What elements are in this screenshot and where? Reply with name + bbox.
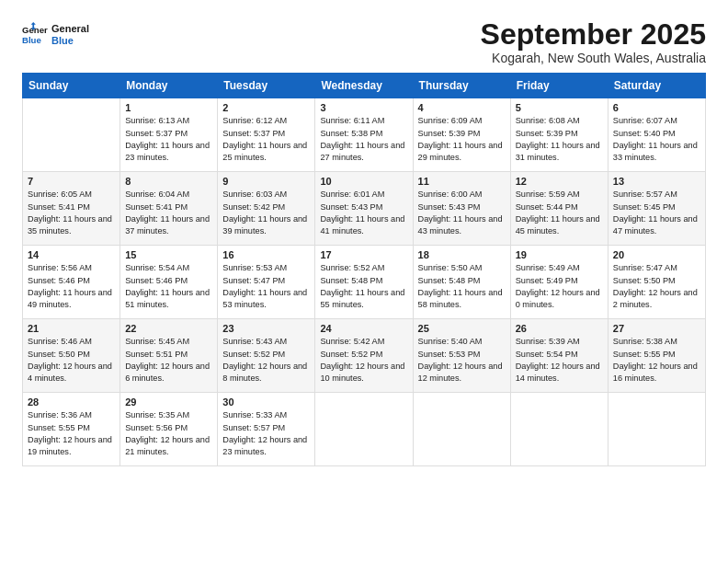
day-info: Sunrise: 6:05 AMSunset: 5:41 PMDaylight:…	[28, 189, 115, 237]
day-header-tuesday: Tuesday	[218, 74, 315, 98]
day-number: 11	[418, 176, 506, 187]
day-number: 25	[418, 323, 506, 334]
logo-text-blue: Blue	[51, 35, 89, 47]
calendar-cell: 28 Sunrise: 5:36 AMSunset: 5:55 PMDaylig…	[23, 393, 120, 466]
calendar-cell: 21 Sunrise: 5:46 AMSunset: 5:50 PMDaylig…	[23, 319, 120, 393]
calendar-header-row: SundayMondayTuesdayWednesdayThursdayFrid…	[23, 74, 706, 98]
day-number: 12	[516, 176, 603, 187]
title-block: September 2025 Kogarah, New South Wales,…	[481, 18, 706, 65]
calendar-week-1: 1 Sunrise: 6:13 AMSunset: 5:37 PMDayligh…	[23, 98, 706, 172]
day-info: Sunrise: 5:36 AMSunset: 5:55 PMDaylight:…	[28, 409, 115, 458]
day-info: Sunrise: 5:39 AMSunset: 5:54 PMDaylight:…	[516, 336, 603, 385]
calendar-cell: 4 Sunrise: 6:09 AMSunset: 5:39 PMDayligh…	[413, 98, 510, 172]
day-info: Sunrise: 6:11 AMSunset: 5:38 PMDaylight:…	[320, 115, 407, 164]
day-info: Sunrise: 6:00 AMSunset: 5:43 PMDaylight:…	[418, 189, 506, 237]
calendar-cell: 30 Sunrise: 5:33 AMSunset: 5:57 PMDaylig…	[218, 393, 315, 466]
day-info: Sunrise: 5:53 AMSunset: 5:47 PMDaylight:…	[222, 262, 310, 311]
calendar-cell	[23, 98, 120, 172]
calendar-week-4: 21 Sunrise: 5:46 AMSunset: 5:50 PMDaylig…	[23, 319, 706, 393]
day-number: 20	[613, 249, 700, 260]
day-number: 16	[222, 249, 310, 260]
day-info: Sunrise: 6:09 AMSunset: 5:39 PMDaylight:…	[418, 115, 506, 164]
day-number: 21	[28, 323, 115, 334]
calendar-cell: 16 Sunrise: 5:53 AMSunset: 5:47 PMDaylig…	[218, 246, 315, 319]
day-number: 17	[320, 249, 407, 260]
calendar-week-3: 14 Sunrise: 5:56 AMSunset: 5:46 PMDaylig…	[23, 246, 706, 319]
svg-text:Blue: Blue	[22, 35, 41, 45]
day-number: 1	[125, 102, 212, 113]
day-number: 10	[320, 176, 407, 187]
day-number: 27	[613, 323, 700, 334]
calendar-cell: 10 Sunrise: 6:01 AMSunset: 5:43 PMDaylig…	[315, 172, 413, 246]
calendar-cell: 11 Sunrise: 6:00 AMSunset: 5:43 PMDaylig…	[413, 172, 510, 246]
calendar-cell: 1 Sunrise: 6:13 AMSunset: 5:37 PMDayligh…	[120, 98, 218, 172]
calendar-cell	[315, 393, 413, 466]
day-number: 2	[222, 102, 310, 113]
day-number: 14	[28, 249, 115, 260]
day-info: Sunrise: 5:35 AMSunset: 5:56 PMDaylight:…	[125, 409, 212, 458]
day-number: 9	[222, 176, 310, 187]
month-title: September 2025	[481, 18, 706, 51]
day-info: Sunrise: 6:07 AMSunset: 5:40 PMDaylight:…	[613, 115, 700, 164]
day-info: Sunrise: 5:54 AMSunset: 5:46 PMDaylight:…	[125, 262, 212, 311]
location-subtitle: Kogarah, New South Wales, Australia	[481, 51, 706, 65]
day-number: 3	[320, 102, 407, 113]
calendar-cell: 19 Sunrise: 5:49 AMSunset: 5:49 PMDaylig…	[510, 246, 608, 319]
calendar-cell: 29 Sunrise: 5:35 AMSunset: 5:56 PMDaylig…	[120, 393, 218, 466]
day-number: 5	[516, 102, 603, 113]
calendar-cell: 14 Sunrise: 5:56 AMSunset: 5:46 PMDaylig…	[23, 246, 120, 319]
calendar-cell: 12 Sunrise: 5:59 AMSunset: 5:44 PMDaylig…	[510, 172, 608, 246]
day-number: 26	[516, 323, 603, 334]
calendar-cell: 5 Sunrise: 6:08 AMSunset: 5:39 PMDayligh…	[510, 98, 608, 172]
calendar-cell: 2 Sunrise: 6:12 AMSunset: 5:37 PMDayligh…	[218, 98, 315, 172]
day-info: Sunrise: 5:40 AMSunset: 5:53 PMDaylight:…	[418, 336, 506, 385]
day-number: 29	[125, 396, 212, 408]
day-header-friday: Friday	[510, 74, 608, 98]
calendar-week-2: 7 Sunrise: 6:05 AMSunset: 5:41 PMDayligh…	[23, 172, 706, 246]
day-number: 4	[418, 102, 506, 113]
day-header-thursday: Thursday	[413, 74, 510, 98]
calendar-cell: 13 Sunrise: 5:57 AMSunset: 5:45 PMDaylig…	[608, 172, 705, 246]
day-number: 15	[125, 249, 212, 260]
day-info: Sunrise: 5:52 AMSunset: 5:48 PMDaylight:…	[320, 262, 407, 311]
day-number: 22	[125, 323, 212, 334]
day-info: Sunrise: 5:50 AMSunset: 5:48 PMDaylight:…	[418, 262, 506, 311]
day-info: Sunrise: 5:43 AMSunset: 5:52 PMDaylight:…	[222, 336, 310, 385]
calendar-cell: 26 Sunrise: 5:39 AMSunset: 5:54 PMDaylig…	[510, 319, 608, 393]
logo-icon: General Blue	[22, 22, 48, 48]
calendar-table: SundayMondayTuesdayWednesdayThursdayFrid…	[22, 73, 706, 466]
calendar-week-5: 28 Sunrise: 5:36 AMSunset: 5:55 PMDaylig…	[23, 393, 706, 466]
calendar-cell: 27 Sunrise: 5:38 AMSunset: 5:55 PMDaylig…	[608, 319, 705, 393]
day-info: Sunrise: 6:12 AMSunset: 5:37 PMDaylight:…	[222, 115, 310, 164]
day-info: Sunrise: 5:49 AMSunset: 5:49 PMDaylight:…	[516, 262, 603, 311]
day-header-wednesday: Wednesday	[315, 74, 413, 98]
day-number: 8	[125, 176, 212, 187]
day-info: Sunrise: 5:38 AMSunset: 5:55 PMDaylight:…	[613, 336, 700, 385]
day-info: Sunrise: 5:45 AMSunset: 5:51 PMDaylight:…	[125, 336, 212, 385]
day-info: Sunrise: 6:13 AMSunset: 5:37 PMDaylight:…	[125, 115, 212, 164]
calendar-cell: 9 Sunrise: 6:03 AMSunset: 5:42 PMDayligh…	[218, 172, 315, 246]
day-info: Sunrise: 6:03 AMSunset: 5:42 PMDaylight:…	[222, 189, 310, 237]
day-header-monday: Monday	[120, 74, 218, 98]
calendar-cell: 25 Sunrise: 5:40 AMSunset: 5:53 PMDaylig…	[413, 319, 510, 393]
logo-text-general: General	[51, 23, 89, 35]
day-number: 23	[222, 323, 310, 334]
day-info: Sunrise: 5:33 AMSunset: 5:57 PMDaylight:…	[222, 409, 310, 458]
day-number: 28	[28, 396, 115, 408]
day-info: Sunrise: 5:47 AMSunset: 5:50 PMDaylight:…	[613, 262, 700, 311]
page-header: General Blue General Blue September 2025…	[22, 18, 706, 65]
day-header-sunday: Sunday	[23, 74, 120, 98]
calendar-cell	[510, 393, 608, 466]
calendar-cell: 3 Sunrise: 6:11 AMSunset: 5:38 PMDayligh…	[315, 98, 413, 172]
calendar-cell: 18 Sunrise: 5:50 AMSunset: 5:48 PMDaylig…	[413, 246, 510, 319]
day-number: 18	[418, 249, 506, 260]
calendar-cell	[413, 393, 510, 466]
day-info: Sunrise: 6:08 AMSunset: 5:39 PMDaylight:…	[516, 115, 603, 164]
day-header-saturday: Saturday	[608, 74, 705, 98]
calendar-cell: 8 Sunrise: 6:04 AMSunset: 5:41 PMDayligh…	[120, 172, 218, 246]
day-number: 30	[222, 396, 310, 408]
day-info: Sunrise: 5:56 AMSunset: 5:46 PMDaylight:…	[28, 262, 115, 311]
calendar-cell: 24 Sunrise: 5:42 AMSunset: 5:52 PMDaylig…	[315, 319, 413, 393]
calendar-cell: 22 Sunrise: 5:45 AMSunset: 5:51 PMDaylig…	[120, 319, 218, 393]
day-info: Sunrise: 5:46 AMSunset: 5:50 PMDaylight:…	[28, 336, 115, 385]
